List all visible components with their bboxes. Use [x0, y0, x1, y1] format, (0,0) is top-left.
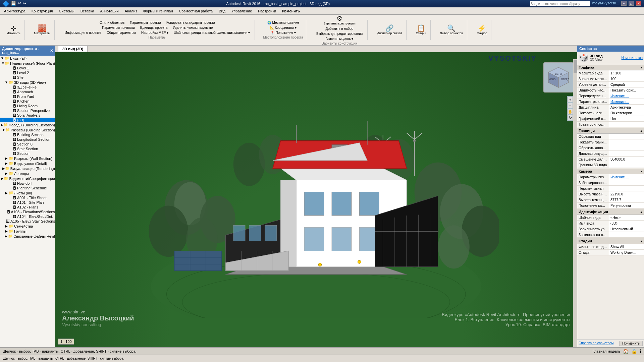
- properties-scroll[interactable]: Графика▲Масштаб вида1 : 100Значение масш…: [577, 64, 644, 339]
- prop-value[interactable]: Изменить...: [609, 174, 644, 180]
- tree-item[interactable]: 🖼{3D}: [0, 118, 55, 122]
- tree-item[interactable]: ▶📁Семейства: [0, 224, 55, 229]
- tree-item[interactable]: ▶📁Фасады (Building Elevation): [0, 122, 55, 127]
- quick-access-redo[interactable]: ↪: [22, 1, 26, 7]
- menu-manage[interactable]: Управление: [229, 8, 255, 14]
- status-icon-home[interactable]: 🏠: [623, 349, 629, 354]
- tree-item[interactable]: 🖼Solar Analysis: [0, 113, 55, 118]
- tree-item[interactable]: 🖼Level 1: [0, 66, 55, 70]
- tree-item[interactable]: 🖼Kitchen: [0, 99, 55, 104]
- tree-item[interactable]: ▶📁Разрезы (Wall Section): [0, 156, 55, 161]
- tree-item[interactable]: ▶📁Ведомости/Спецификации: [0, 176, 55, 181]
- tree-item[interactable]: ▼📁Виды (all): [0, 56, 55, 61]
- prop-section[interactable]: Идентификация▲: [577, 209, 644, 215]
- prop-value[interactable]: Изменить...: [609, 93, 644, 99]
- tree-item[interactable]: ▶📁Связанные файлы Revit: [0, 234, 55, 239]
- menu-annotations[interactable]: Аннотации: [98, 8, 121, 14]
- btn-location[interactable]: 🌍 Местоположение: [265, 20, 301, 25]
- prop-section[interactable]: Графика▲: [577, 65, 644, 70]
- tree-item[interactable]: ▶📁Визуализация (Rendering): [0, 166, 55, 171]
- tree-item[interactable]: ▼📁Планы этажей (Floor Plan): [0, 61, 55, 66]
- tree-toggle[interactable]: ▶: [4, 191, 9, 195]
- ribbon-btn-materials[interactable]: 🧱 Материалы: [33, 24, 52, 36]
- tree-toggle[interactable]: ▼: [2, 128, 5, 132]
- tree-toggle[interactable]: ▶: [1, 177, 4, 180]
- prop-section[interactable]: Камера▲: [577, 169, 644, 174]
- tree-item[interactable]: 🖼A104 - Elev./Sec./Det.: [0, 214, 55, 219]
- btn-purge[interactable]: Удалить неиспользуемые: [171, 25, 215, 30]
- search-input[interactable]: [530, 1, 590, 6]
- btn-copy-standards[interactable]: Копировать стандарты проекта: [164, 20, 217, 25]
- status-icon-lock[interactable]: 🔒: [631, 349, 637, 354]
- tree-item[interactable]: 🖼Level 2: [0, 70, 55, 75]
- btn-mep-settings[interactable]: Настройки MEP ▾: [139, 31, 170, 35]
- tree-item[interactable]: 🖼Approach: [0, 89, 55, 94]
- tree-toggle[interactable]: ▶: [4, 234, 8, 238]
- tree-toggle[interactable]: ▶: [4, 162, 9, 165]
- prop-section-toggle[interactable]: ▲: [640, 66, 643, 69]
- tree-item[interactable]: 🖼How do I: [0, 181, 55, 186]
- tree-item[interactable]: 🖼A001 - Title Sheet: [0, 195, 55, 200]
- tree-item[interactable]: ▶📁Листы (all): [0, 190, 55, 195]
- prop-section-toggle[interactable]: ▲: [640, 210, 643, 214]
- menu-insert[interactable]: Вставка: [78, 8, 97, 14]
- menu-analysis[interactable]: Анализ: [122, 8, 140, 14]
- prop-section-toggle[interactable]: ▲: [640, 240, 643, 243]
- menu-construction[interactable]: Конструкция: [29, 8, 56, 14]
- tree-toggle[interactable]: ▶: [4, 157, 9, 160]
- tree-item[interactable]: 🖼A101 - Site Plan: [0, 200, 55, 205]
- btn-stages[interactable]: 📋 Стадии: [415, 24, 428, 36]
- menu-collaboration[interactable]: Совместная работа: [176, 8, 216, 14]
- tree-toggle[interactable]: ▶: [4, 224, 9, 228]
- edit-type-link[interactable]: Изменить тип: [622, 56, 643, 60]
- btn-add-set[interactable]: Добавить в набор: [324, 26, 356, 31]
- tree-item[interactable]: 🖼Building Section: [0, 132, 55, 137]
- btn-shared-params[interactable]: Общие параметры: [105, 31, 138, 35]
- menu-settings[interactable]: Настройки: [255, 8, 279, 14]
- menu-forms[interactable]: Формы и генплан: [141, 8, 176, 14]
- ribbon-btn-modify[interactable]: ⊹ Изменить: [5, 24, 22, 36]
- btn-construction-variants[interactable]: ⚙ Варианты конструкции: [322, 15, 357, 26]
- tree-item[interactable]: 🖼Longitudinal Section: [0, 137, 55, 142]
- prop-value[interactable]: Изменить...: [609, 99, 644, 104]
- btn-project-info[interactable]: Информация о проекте: [63, 31, 103, 35]
- properties-link[interactable]: Справка по свойствам: [579, 341, 613, 345]
- tree-toggle[interactable]: ▶: [2, 167, 5, 170]
- btn-position[interactable]: 📍 Положение ▾: [268, 31, 298, 35]
- tree-toggle[interactable]: ▶: [1, 123, 3, 127]
- btn-links-manager[interactable]: 🔗 Диспетчер связей: [376, 24, 404, 36]
- tree-toggle[interactable]: ▼: [0, 56, 5, 60]
- tree-toggle[interactable]: ▶: [4, 172, 9, 175]
- apply-button[interactable]: Применить: [619, 341, 643, 346]
- pan-button[interactable]: ✋: [568, 109, 573, 114]
- tree-item[interactable]: 🖼A103 - Elevations/Sections: [0, 209, 55, 214]
- quick-access-undo[interactable]: ↩: [17, 1, 21, 7]
- status-icon-info[interactable]: ℹ: [640, 349, 641, 354]
- edit-type-button[interactable]: Изменить тип: [622, 56, 643, 60]
- viewport[interactable]: 3D вид (3D): [55, 46, 577, 347]
- prop-section[interactable]: Стадии▲: [577, 238, 644, 244]
- viewport-tab-3d[interactable]: 3D вид (3D): [58, 46, 88, 52]
- tree-item[interactable]: 🖼Stair Section: [0, 146, 55, 151]
- tree-item[interactable]: 🖼Site: [0, 75, 55, 80]
- tree-item[interactable]: 🖼From Yard: [0, 94, 55, 99]
- zoom-out-button[interactable]: −: [568, 103, 573, 108]
- close-button[interactable]: ✕: [636, 1, 641, 6]
- tree-item[interactable]: ▼📁Разрезы (Building Section): [0, 127, 55, 132]
- menu-architecture[interactable]: Архитектура: [1, 8, 28, 14]
- scrollbar-thumb[interactable]: [574, 60, 577, 73]
- tree-item[interactable]: ▶📁Группы: [0, 229, 55, 234]
- maximize-button[interactable]: □: [629, 1, 634, 6]
- btn-select-objects[interactable]: 🔍 Выбор объектов: [439, 24, 464, 36]
- tree-item[interactable]: ▶📁Легенды: [0, 171, 55, 176]
- tree-item[interactable]: 🖼Section 0: [0, 142, 55, 146]
- orbit-button[interactable]: ↻: [568, 115, 573, 120]
- tree-toggle[interactable]: ▼: [4, 80, 9, 84]
- prop-section-toggle[interactable]: ▲: [640, 170, 643, 173]
- tree-item[interactable]: ▶📁Виды узлов (Detail): [0, 161, 55, 166]
- tree-item[interactable]: 🖼Living Room: [0, 104, 55, 108]
- btn-units[interactable]: Единицы проекта: [138, 25, 170, 30]
- quick-access-save[interactable]: 💾: [11, 1, 16, 7]
- prop-section[interactable]: Границы▲: [577, 128, 644, 134]
- tree-item[interactable]: 🖼Section Perspective: [0, 108, 55, 113]
